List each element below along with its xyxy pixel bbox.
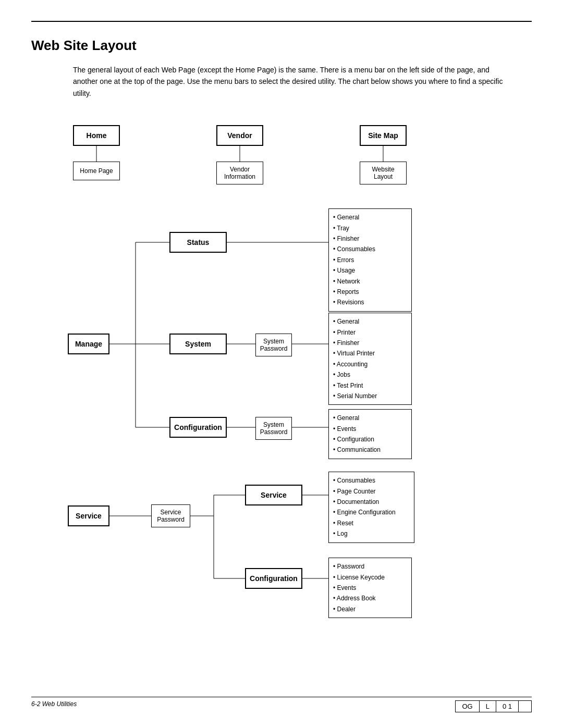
footer-left: 6-2 Web Utilities: [31, 700, 77, 708]
footer-cell-l: L: [479, 701, 496, 712]
diagram-lines: [47, 120, 516, 615]
svc-config-list-box: • Password • License Keycode • Events • …: [328, 558, 412, 618]
footer-cell-01: 0 1: [496, 701, 518, 712]
footer: 6-2 Web Utilities OG L 0 1: [31, 697, 532, 712]
system-box: System: [169, 334, 227, 354]
websitelayout-box: Website Layout: [360, 162, 407, 184]
system-list-box: • General • Printer • Finisher • Virtual…: [328, 313, 412, 405]
service-list-box: • Consumables • Page Counter • Documenta…: [328, 472, 414, 542]
footer-cell-empty: [519, 701, 532, 712]
service-node-box: Service: [245, 485, 302, 505]
svc-config-node-box: Configuration: [245, 568, 302, 589]
config-password-box: System Password: [255, 417, 292, 440]
service-left-box: Service: [68, 505, 109, 526]
footer-cell-og: OG: [456, 701, 479, 712]
diagram: Home Vendor Site Map Home Page Vendor In…: [47, 120, 516, 615]
manage-box: Manage: [68, 334, 109, 354]
manage-config-box: Configuration: [169, 417, 227, 438]
page-title: Web Site Layout: [31, 38, 532, 54]
status-box: Status: [169, 232, 227, 253]
service-password-box: Service Password: [151, 504, 190, 527]
homepage-box: Home Page: [73, 162, 120, 180]
sitemap-box: Site Map: [360, 125, 407, 146]
system-password-box: System Password: [255, 334, 292, 356]
page-container: Web Site Layout The general layout of ea…: [0, 0, 563, 728]
top-border: [31, 21, 532, 22]
status-list-box: • General • Tray • Finisher • Consumable…: [328, 208, 412, 312]
home-box: Home: [73, 125, 120, 146]
footer-table: OG L 0 1: [455, 700, 532, 712]
intro-text: The general layout of each Web Page (exc…: [73, 64, 511, 99]
config-list-box: • General • Events • Configuration • Com…: [328, 409, 412, 459]
vendor-box: Vendor: [216, 125, 263, 146]
vendorinfo-box: Vendor Information: [216, 162, 263, 184]
